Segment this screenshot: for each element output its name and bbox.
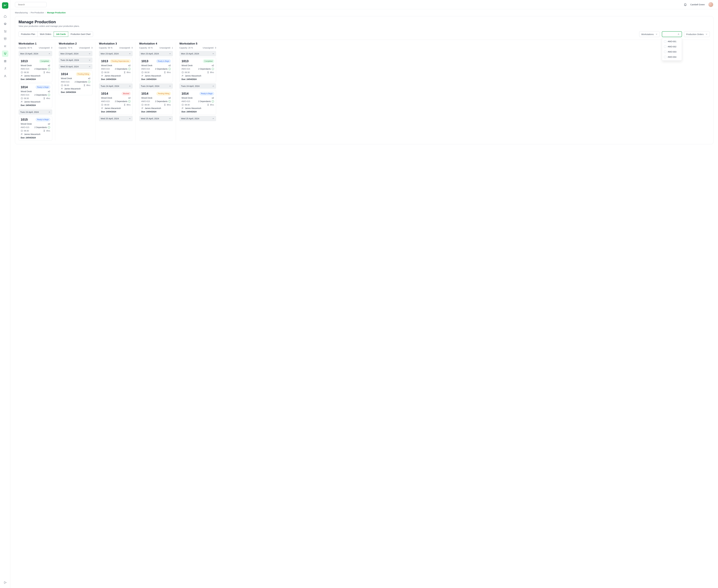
breadcrumb: Manufacturing › Pre-Production › Manage … xyxy=(15,12,713,14)
svg-point-28 xyxy=(143,75,143,76)
date-label: Mon 23 April, 2024 xyxy=(181,52,199,55)
app-logo[interactable] xyxy=(2,2,8,8)
dropdown-option[interactable]: #WO-002 xyxy=(662,44,682,49)
date-group-header[interactable]: Tues 24 April, 2024 xyxy=(139,83,173,89)
filter-production-label: Production Orders xyxy=(686,33,704,36)
info-icon[interactable]: i xyxy=(48,126,50,128)
date-group-header[interactable]: Tues 24 April, 2024 xyxy=(19,109,52,115)
job-card[interactable]: 1013Ready to BeginWood Deskx2#WO-0152 De… xyxy=(139,58,173,82)
nav-tools-icon[interactable] xyxy=(2,65,8,72)
nav-bank-icon[interactable] xyxy=(2,58,8,64)
job-card[interactable]: 1013Pending DependanciesWood Deskx2#WO-0… xyxy=(99,58,133,82)
info-icon[interactable]: i xyxy=(212,68,214,70)
info-icon[interactable]: i xyxy=(48,68,50,70)
crumb-manufacturing[interactable]: Manufacturing xyxy=(15,12,28,14)
avatar[interactable] xyxy=(708,2,713,7)
date-group-header[interactable]: Mon 23 April, 2024 xyxy=(179,51,216,56)
svg-point-31 xyxy=(143,107,143,108)
status-badge: Completed xyxy=(203,60,214,63)
notifications-icon[interactable] xyxy=(684,3,687,6)
date-group-header[interactable]: Wed 25 April, 2024 xyxy=(139,116,173,121)
date-group-header[interactable]: Mon 23 April, 2024 xyxy=(59,51,93,56)
nav-stack-icon[interactable] xyxy=(2,21,8,27)
job-card[interactable]: 1014Pending KittingWood Deskx2#WO-0152 D… xyxy=(59,70,93,95)
status-badge: Ready to Begin xyxy=(36,118,50,121)
job-card[interactable]: 1014Pending KittingWood Deskx2#WO-0152 D… xyxy=(139,90,173,115)
nav-logout-icon[interactable] xyxy=(2,580,8,586)
quantity: x2 xyxy=(212,64,214,67)
search-input-wrap[interactable] xyxy=(15,2,46,7)
date-group-header[interactable]: Tues 24 April, 2024 xyxy=(59,58,93,63)
date-group-header[interactable]: Tues 24 April, 2024 xyxy=(179,83,216,89)
date-label: Mon 23 April, 2024 xyxy=(20,52,38,55)
assignee-icon xyxy=(61,88,63,90)
product-name: Wood Desk xyxy=(21,123,32,125)
tab-gant[interactable]: Production Gant Chart xyxy=(68,31,93,37)
filter-production-orders[interactable]: Production Orders xyxy=(684,31,710,37)
search-input[interactable] xyxy=(18,3,45,6)
date-group-header[interactable]: Mon 23 April, 2024 xyxy=(139,51,173,56)
dropdown-option[interactable]: #WO-001 xyxy=(662,39,682,44)
dropdown-option[interactable]: #WO-004 xyxy=(662,55,682,60)
user-name[interactable]: Cambell Green xyxy=(690,3,705,6)
job-card[interactable]: 1013CompletedWood Deskx2#WO-0152 Dependa… xyxy=(179,58,216,82)
date-group-header[interactable]: Wed 25 April, 2024 xyxy=(59,64,93,69)
job-card[interactable]: 1013CompletedWood Deskx2#WO-0152 Dependa… xyxy=(19,58,52,82)
info-icon[interactable]: i xyxy=(48,94,50,96)
nav-home-icon[interactable] xyxy=(2,13,8,20)
date-group-header[interactable]: Tues 24 April, 2024 xyxy=(99,83,133,89)
date-group-header[interactable]: Mon 23 April, 2024 xyxy=(99,51,133,56)
nav-user-icon[interactable] xyxy=(2,73,8,79)
start-time: 08:30 xyxy=(21,97,29,100)
info-icon[interactable]: i xyxy=(212,100,214,103)
workstation-column: Workstation 1Capacity: 80 %Unassigned: 0… xyxy=(19,42,55,141)
date-label: Mon 23 April, 2024 xyxy=(60,52,78,55)
info-icon[interactable]: i xyxy=(128,100,130,103)
status-badge: Blocked xyxy=(122,92,130,95)
checkbox-icon xyxy=(664,56,666,58)
nav-archive-icon[interactable] xyxy=(2,36,8,42)
date-group-header[interactable]: Mon 23 April, 2024 xyxy=(19,51,52,56)
wo-number: #WO-015 xyxy=(21,68,29,70)
dependants: 2 Dependants i xyxy=(115,68,130,70)
job-card[interactable]: 1014Ready to BeginWood Deskx2#WO-0152 De… xyxy=(19,83,52,108)
job-card[interactable]: 1014Ready to BeginWood Deskx2#WO-0152 De… xyxy=(179,90,216,115)
assignee: James Macantosh xyxy=(101,107,130,109)
duration: 8hrs xyxy=(123,71,130,74)
tab-job-cards[interactable]: Job Cards xyxy=(54,31,68,37)
info-icon[interactable]: i xyxy=(168,100,171,103)
date-label: Wed 25 April, 2024 xyxy=(101,117,119,120)
chevron-down-icon xyxy=(655,33,658,35)
tab-work-orders[interactable]: Work Orders xyxy=(38,31,54,37)
clock-icon xyxy=(101,104,103,106)
due-date: Due: 24/04/2024 xyxy=(21,78,50,80)
start-time: 08:30 xyxy=(182,71,190,74)
info-icon[interactable]: i xyxy=(88,81,90,83)
date-group-header[interactable]: Wed 25 April, 2024 xyxy=(179,116,216,121)
date-group-header[interactable]: Wed 25 April, 2024 xyxy=(99,116,133,121)
nav-cart-icon[interactable] xyxy=(2,28,8,35)
clock-icon xyxy=(101,71,103,74)
chevron-up-icon xyxy=(212,118,214,120)
nav-menu-icon[interactable] xyxy=(2,43,8,49)
column-title: Workstation 2 xyxy=(59,42,93,45)
start-time: 08:30 xyxy=(141,71,149,74)
dependants: 2 Dependants i xyxy=(198,100,214,103)
info-icon[interactable]: i xyxy=(128,68,130,70)
tab-production-plan[interactable]: Production Plan xyxy=(19,31,38,37)
dropdown-option[interactable]: #WO-003 xyxy=(662,49,682,55)
nav-branch-icon[interactable] xyxy=(2,50,8,57)
info-icon[interactable]: i xyxy=(168,68,171,70)
svg-point-16 xyxy=(22,133,23,134)
clock-icon xyxy=(61,84,63,86)
filter-work-order[interactable] xyxy=(662,31,682,37)
filter-workstations[interactable]: Workstations xyxy=(639,31,660,37)
job-card[interactable]: 1014BlockedWood Deskx2#WO-0152 Dependant… xyxy=(99,90,133,115)
crumb-preproduction[interactable]: Pre-Production xyxy=(30,12,44,14)
wo-number: #WO-015 xyxy=(141,68,150,70)
date-label: Tues 24 April, 2024 xyxy=(20,111,39,113)
svg-point-37 xyxy=(183,107,183,108)
quantity: x2 xyxy=(212,97,214,99)
chevron-up-icon xyxy=(129,85,131,87)
job-card[interactable]: 1015Ready to BeginWood Deskx2#WO-0152 De… xyxy=(19,116,52,141)
